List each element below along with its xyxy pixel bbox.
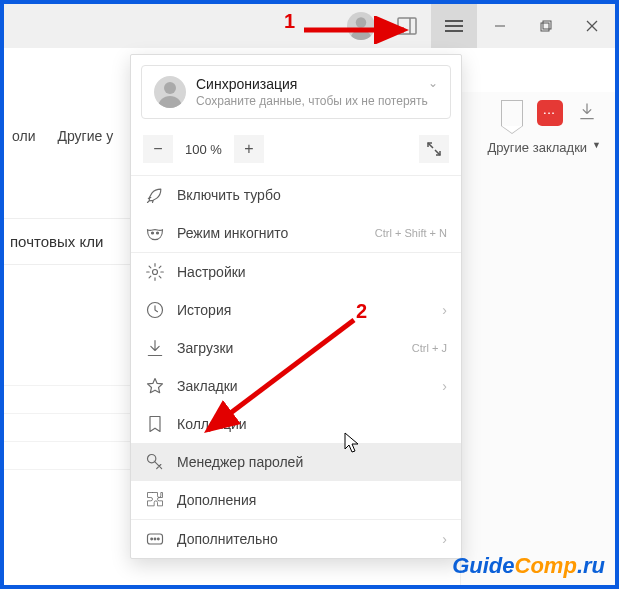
svg-point-11 xyxy=(153,270,158,275)
sync-subtitle: Сохраните данные, чтобы их не потерять xyxy=(196,94,428,108)
menu-item-collections[interactable]: Коллекции xyxy=(131,405,461,443)
svg-point-16 xyxy=(154,538,156,540)
page-text-fragment: почтовых кли xyxy=(10,233,103,250)
sidebar-toggle-icon[interactable] xyxy=(393,12,421,40)
page-fragment-tabs: оли Другие у xyxy=(4,108,124,164)
svg-point-10 xyxy=(157,232,159,234)
rocket-icon xyxy=(145,185,165,205)
key-icon xyxy=(145,452,165,472)
profile-avatar-icon[interactable] xyxy=(347,12,375,40)
svg-rect-5 xyxy=(543,21,551,29)
svg-rect-1 xyxy=(398,18,416,34)
zoom-controls: − 100 % + xyxy=(131,129,461,175)
menu-item-turbo[interactable]: Включить турбо xyxy=(131,176,461,214)
hamburger-icon xyxy=(445,20,463,32)
zoom-out-button[interactable]: − xyxy=(143,135,173,163)
menu-label: Коллекции xyxy=(177,416,247,432)
more-icon xyxy=(145,529,165,549)
flag-icon xyxy=(145,414,165,434)
maximize-button[interactable] xyxy=(523,4,569,48)
main-menu-button[interactable] xyxy=(431,4,477,48)
chevron-right-icon: › xyxy=(442,302,447,318)
mask-icon xyxy=(145,223,165,243)
other-bookmarks-label: Другие закладки xyxy=(487,140,587,155)
menu-shortcut: Ctrl + Shift + N xyxy=(375,227,447,239)
svg-rect-4 xyxy=(541,23,549,31)
menu-item-downloads[interactable]: Загрузки Ctrl + J xyxy=(131,329,461,367)
menu-shortcut: Ctrl + J xyxy=(412,342,447,354)
window-titlebar xyxy=(4,4,615,48)
fullscreen-button[interactable] xyxy=(419,135,449,163)
page-fragment-list xyxy=(4,358,134,470)
chevron-down-icon: ⌄ xyxy=(428,76,438,90)
menu-label: Режим инкогнито xyxy=(177,225,288,241)
close-button[interactable] xyxy=(569,4,615,48)
gear-icon xyxy=(145,262,165,282)
zoom-in-button[interactable]: + xyxy=(234,135,264,163)
menu-label: Настройки xyxy=(177,264,246,280)
menu-label: Загрузки xyxy=(177,340,233,356)
sync-promo-box[interactable]: Синхронизация Сохраните данные, чтобы их… xyxy=(141,65,451,119)
puzzle-icon xyxy=(145,490,165,510)
menu-item-password-manager[interactable]: Менеджер паролей xyxy=(131,443,461,481)
user-avatar-icon xyxy=(154,76,186,108)
menu-label: Закладки xyxy=(177,378,238,394)
chevron-right-icon: › xyxy=(442,531,447,547)
svg-point-9 xyxy=(152,232,154,234)
svg-point-8 xyxy=(164,82,176,94)
menu-item-more[interactable]: Дополнительно › xyxy=(131,520,461,558)
menu-label: История xyxy=(177,302,231,318)
menu-label: Дополнения xyxy=(177,492,256,508)
minimize-button[interactable] xyxy=(477,4,523,48)
menu-label: Дополнительно xyxy=(177,531,278,547)
download-icon xyxy=(145,338,165,358)
watermark: GuideComp.ru xyxy=(452,553,605,579)
chevron-right-icon: › xyxy=(442,378,447,394)
window-controls xyxy=(477,4,615,48)
sync-title: Синхронизация xyxy=(196,76,428,92)
bookmark-flag-icon[interactable] xyxy=(501,100,523,126)
svg-point-15 xyxy=(151,538,153,540)
menu-label: Менеджер паролей xyxy=(177,454,303,470)
page-fragment-heading: почтовых кли xyxy=(4,218,134,265)
menu-item-incognito[interactable]: Режим инкогнито Ctrl + Shift + N xyxy=(131,214,461,252)
menu-item-history[interactable]: История › xyxy=(131,291,461,329)
password-extension-icon[interactable]: ••• xyxy=(537,100,563,126)
zoom-value: 100 % xyxy=(181,142,226,157)
menu-label: Включить турбо xyxy=(177,187,281,203)
svg-point-0 xyxy=(356,17,367,28)
downloads-icon[interactable] xyxy=(577,101,597,125)
main-menu-dropdown: Синхронизация Сохраните данные, чтобы их… xyxy=(130,54,462,559)
side-panel: ••• Другие закладки ▼ xyxy=(460,92,615,585)
page-text-fragment: Другие у xyxy=(57,128,113,144)
menu-item-addons[interactable]: Дополнения xyxy=(131,481,461,519)
other-bookmarks-button[interactable]: Другие закладки ▼ xyxy=(461,134,615,161)
screenshot-frame: оли Другие у почтовых кли ••• Другие зак… xyxy=(0,0,619,589)
star-icon xyxy=(145,376,165,396)
mouse-cursor-icon xyxy=(344,432,362,454)
menu-item-settings[interactable]: Настройки xyxy=(131,253,461,291)
svg-point-17 xyxy=(158,538,160,540)
history-icon xyxy=(145,300,165,320)
dropdown-triangle-icon: ▼ xyxy=(592,140,601,155)
menu-item-bookmarks[interactable]: Закладки › xyxy=(131,367,461,405)
page-text-fragment: оли xyxy=(12,128,35,144)
